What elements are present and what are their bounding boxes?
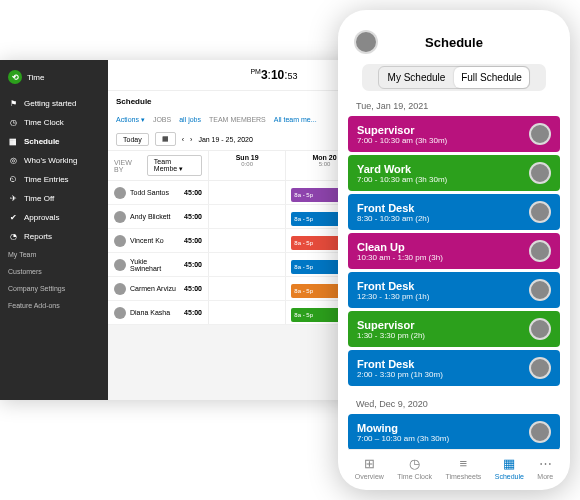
member-hours: 45:00 [184,189,202,196]
assignee-avatar [529,279,551,301]
nav-icon: ✔ [8,213,18,222]
shift-card[interactable]: Front Desk12:30 - 1:30 pm (1h) [348,272,560,308]
day-header: Sun 190:00 [208,151,285,180]
phone-header: Schedule [348,26,560,64]
nav-getting-started[interactable]: ⚑Getting started [0,94,108,113]
jobs-filter[interactable]: all jobs [179,116,201,124]
day-cell[interactable] [208,253,285,276]
nav-time-off[interactable]: ✈Time Off [0,189,108,208]
date-label: Tue, Jan 19, 2021 [348,91,560,116]
tab-schedule[interactable]: ▦Schedule [495,456,524,480]
time clock-icon: ◷ [409,456,420,471]
nav-time-entries[interactable]: ⏲Time Entries [0,170,108,189]
assignee-avatar [529,162,551,184]
tab-more[interactable]: ⋯More [537,456,553,480]
member-avatar [114,259,126,271]
member-hours: 45:00 [184,309,202,316]
date-range: Jan 19 - 25, 2020 [198,136,253,143]
day-cell[interactable] [208,181,285,204]
segment-control[interactable]: My ScheduleFull Schedule [362,64,546,91]
timesheets-icon: ≡ [460,456,468,471]
calendar-button[interactable]: ▦ [155,132,176,146]
next-arrow[interactable]: › [190,136,192,143]
nav-icon: ◎ [8,156,18,165]
actions-dropdown[interactable]: Actions ▾ [116,116,145,124]
prev-arrow[interactable]: ‹ [182,136,184,143]
member-name: Todd Santos [130,189,169,196]
member-name: Yukie Swinehart [130,258,180,272]
section-company-settings[interactable]: Company Settings [0,280,108,297]
nav-schedule[interactable]: ▦Schedule [0,132,108,151]
tab-timesheets[interactable]: ≡Timesheets [445,456,481,480]
day-cell[interactable] [208,205,285,228]
nav-icon: ◷ [8,118,18,127]
nav-icon: ⚑ [8,99,18,108]
segment-full-schedule[interactable]: Full Schedule [454,67,529,88]
tab-time clock[interactable]: ◷Time Clock [397,456,432,480]
assignee-avatar [529,421,551,443]
brand: ⟲ Time [0,66,108,94]
member-avatar [114,211,126,223]
tab-overview[interactable]: ⊞Overview [355,456,384,480]
member-hours: 45:00 [184,237,202,244]
nav-icon: ⏲ [8,175,18,184]
member-name: Diana Kasha [130,309,170,316]
nav-icon: ✈ [8,194,18,203]
assignee-avatar [529,318,551,340]
member-hours: 45:00 [184,261,202,268]
day-cell[interactable] [208,229,285,252]
more-icon: ⋯ [539,456,552,471]
member-avatar [114,283,126,295]
assignee-avatar [529,240,551,262]
shift-card[interactable]: Supervisor7:00 - 10:30 am (3h 30m) [348,116,560,152]
overview-icon: ⊞ [364,456,375,471]
assignee-avatar [529,123,551,145]
user-avatar[interactable] [354,30,378,54]
shift-card[interactable]: Supervisor1:30 - 3:30 pm (2h) [348,311,560,347]
member-avatar [114,307,126,319]
section-feature-add-ons[interactable]: Feature Add-ons [0,297,108,314]
phone-title: Schedule [386,35,522,50]
member-name: Carmen Arvizu [130,285,176,292]
brand-name: Time [27,73,44,82]
assignee-avatar [529,201,551,223]
brand-logo: ⟲ [8,70,22,84]
nav-time-clock[interactable]: ◷Time Clock [0,113,108,132]
day-cell[interactable] [208,301,285,324]
member-name: Andy Blickett [130,213,170,220]
shift-card[interactable]: Clean Up10:30 am - 1:30 pm (3h) [348,233,560,269]
section-my-team[interactable]: My Team [0,246,108,263]
shift-card[interactable]: Front Desk8:30 - 10:30 am (2h) [348,194,560,230]
nav-approvals[interactable]: ✔Approvals [0,208,108,227]
sidebar: ⟲ Time ⚑Getting started◷Time Clock▦Sched… [0,60,108,400]
viewby-dropdown[interactable]: Team Membe ▾ [147,155,202,176]
mobile-app: Schedule My ScheduleFull Schedule Tue, J… [338,10,570,490]
schedule-icon: ▦ [503,456,515,471]
nav-icon: ▦ [8,137,18,146]
shift-card[interactable]: Front Desk2:00 - 3:30 pm (1h 30m) [348,350,560,386]
member-hours: 45:00 [184,285,202,292]
nav-icon: ◔ [8,232,18,241]
shift-card[interactable]: Yard Work7:00 - 10:30 am (3h 30m) [348,155,560,191]
member-avatar [114,235,126,247]
team-filter[interactable]: All team me... [274,116,317,124]
day-cell[interactable] [208,277,285,300]
member-avatar [114,187,126,199]
date-label: Wed, Dec 9, 2020 [348,389,560,414]
today-button[interactable]: Today [116,133,149,146]
shift-card[interactable]: Mowing7:00 – 10:30 am (3h 30m) [348,414,560,449]
tab-bar: ⊞Overview◷Time Clock≡Timesheets▦Schedule… [348,449,560,482]
assignee-avatar [529,357,551,379]
section-customers[interactable]: Customers [0,263,108,280]
member-name: Vincent Ko [130,237,164,244]
segment-my-schedule[interactable]: My Schedule [379,67,454,88]
nav-who's-working[interactable]: ◎Who's Working [0,151,108,170]
member-hours: 45:00 [184,213,202,220]
nav-reports[interactable]: ◔Reports [0,227,108,246]
